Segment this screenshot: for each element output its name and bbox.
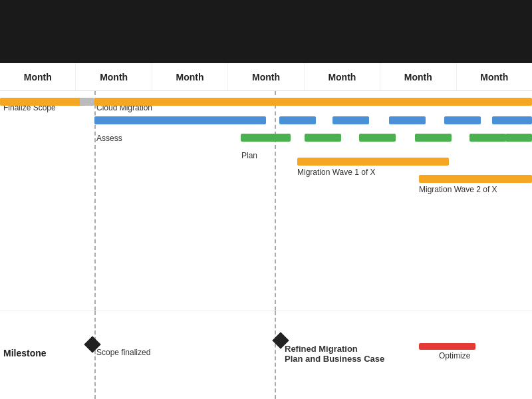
gantt-bar-14 <box>505 134 532 142</box>
gantt-bar-0 <box>0 98 86 106</box>
gantt-bar-11 <box>359 134 396 142</box>
milestone-label-1: Refined Migration Plan and Business Case <box>285 344 384 364</box>
month-col-1: Month <box>0 63 76 90</box>
gantt-bar-12 <box>415 134 452 142</box>
gantt-inline-label-0: Migration Wave 1 of X <box>297 168 376 177</box>
gantt-bar-9 <box>241 134 291 142</box>
milestone-dashed-line-0 <box>94 311 96 399</box>
gantt-bar-7 <box>444 116 481 124</box>
row-label-2: Assess <box>96 134 122 143</box>
milestone-title: Milestone <box>3 348 47 358</box>
gantt-area: Finalize ScopeCloud MigrationAssessPlanM… <box>0 91 532 311</box>
gantt-bar-13 <box>469 134 506 142</box>
gantt-bar-4 <box>279 116 316 124</box>
month-header: Month Month Month Month Month Month Mont… <box>0 63 532 91</box>
month-col-4: Month <box>228 63 304 90</box>
month-col-3: Month <box>152 63 228 90</box>
gantt-bar-16 <box>419 175 532 183</box>
gantt-bar-2 <box>94 98 532 106</box>
month-col-5: Month <box>305 63 380 90</box>
gantt-bar-6 <box>389 116 426 124</box>
row-label-3: Plan <box>241 151 257 160</box>
milestone-label-0: Scope finalized <box>96 348 150 357</box>
gantt-bar-10 <box>305 134 341 142</box>
month-col-2: Month <box>76 63 152 90</box>
dashed-line-1 <box>275 91 276 311</box>
gantt-bar-8 <box>492 116 532 124</box>
milestone-area: MilestoneScope finalizedRefined Migratio… <box>0 311 532 399</box>
milestone-dashed-line-1 <box>275 311 276 399</box>
gantt-inline-label-1: Migration Wave 2 of X <box>419 185 497 194</box>
month-col-6: Month <box>380 63 456 90</box>
month-col-7: Month <box>457 63 532 90</box>
milestone-label-2: Optimize <box>439 351 470 360</box>
gantt-bar-15 <box>297 158 449 166</box>
gantt-bar-1 <box>80 98 94 106</box>
gantt-bar-5 <box>332 116 369 124</box>
milestone-bar-2 <box>419 343 475 350</box>
top-bar <box>0 0 532 63</box>
gantt-bar-3 <box>94 116 266 124</box>
